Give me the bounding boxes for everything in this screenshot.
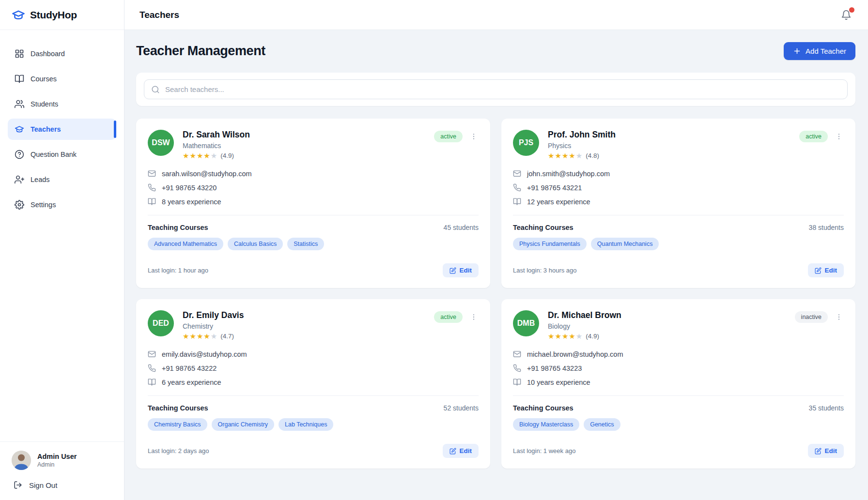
grid-icon — [15, 49, 24, 59]
sidebar-item-teachers[interactable]: Teachers — [8, 119, 116, 140]
teacher-email: michael.brown@studyhop.com — [527, 350, 623, 358]
notification-dot — [849, 7, 854, 13]
teacher-email: john.smith@studyhop.com — [527, 170, 610, 178]
course-tag: Chemistry Basics — [148, 418, 207, 431]
teacher-avatar: DSW — [148, 130, 174, 156]
graduation-cap-logo-icon — [12, 8, 25, 22]
topbar-title: Teachers — [140, 10, 179, 20]
edit-teacher-button[interactable]: Edit — [808, 263, 844, 277]
course-tag: Physics Fundamentals — [513, 238, 587, 250]
notifications-button[interactable] — [839, 8, 853, 22]
teacher-experience: 8 years experience — [162, 198, 221, 206]
sidebar-item-label: Dashboard — [31, 50, 65, 58]
more-options-button[interactable] — [834, 132, 844, 141]
rating-stars: ★★★★★ — [183, 152, 217, 159]
add-teacher-button[interactable]: Add Teacher — [784, 42, 855, 60]
phone-icon — [513, 183, 521, 192]
star-icon: ★ — [203, 333, 210, 340]
sidebar-nav: Dashboard Courses Students Teachers Ques… — [0, 30, 124, 219]
star-icon: ★ — [562, 152, 568, 159]
sidebar-item-settings[interactable]: Settings — [8, 194, 116, 215]
question-circle-icon — [15, 150, 24, 159]
graduation-cap-icon — [15, 124, 24, 134]
sidebar-item-courses[interactable]: Courses — [8, 68, 116, 90]
teacher-avatar: DED — [148, 310, 174, 336]
edit-teacher-button[interactable]: Edit — [443, 263, 479, 277]
kebab-icon — [470, 313, 478, 321]
star-icon: ★ — [555, 152, 561, 159]
sidebar-item-dashboard[interactable]: Dashboard — [8, 43, 116, 64]
teaching-courses-label: Teaching Courses — [148, 404, 208, 412]
edit-label: Edit — [825, 447, 837, 455]
students-count: 35 students — [809, 404, 844, 412]
search-icon — [151, 85, 160, 94]
course-tags: Biology MasterclassGenetics — [513, 418, 844, 431]
teacher-subject: Biology — [548, 322, 795, 330]
sign-out-button[interactable]: Sign Out — [12, 481, 112, 489]
sidebar-item-question-bank[interactable]: Question Bank — [8, 144, 116, 165]
mail-icon — [148, 350, 156, 358]
sidebar-item-label: Settings — [31, 201, 56, 209]
students-count: 38 students — [809, 224, 844, 231]
edit-teacher-button[interactable]: Edit — [443, 444, 479, 458]
more-options-button[interactable] — [469, 312, 479, 322]
course-tags: Physics FundamentalsQuantum Mechanics — [513, 238, 844, 250]
kebab-icon — [470, 133, 478, 140]
phone-icon — [148, 183, 156, 192]
book-icon — [513, 197, 521, 206]
more-options-button[interactable] — [469, 132, 479, 141]
more-options-button[interactable] — [834, 312, 844, 322]
top-bar: Teachers — [124, 0, 868, 30]
search-input[interactable] — [165, 85, 840, 93]
page-title: Teacher Management — [136, 44, 265, 59]
brand-name: StudyHop — [30, 9, 77, 21]
rating-stars: ★★★★★ — [548, 333, 582, 340]
status-badge: active — [799, 131, 828, 142]
mail-icon — [513, 169, 521, 178]
users-icon — [15, 99, 24, 109]
kebab-icon — [835, 313, 843, 321]
avatar — [12, 451, 31, 470]
course-tag: Lab Techniques — [279, 418, 333, 431]
book-icon — [15, 74, 24, 84]
star-icon: ★ — [183, 333, 189, 340]
sign-out-label: Sign Out — [29, 481, 57, 489]
star-icon: ★ — [555, 333, 561, 340]
teaching-courses-label: Teaching Courses — [148, 224, 208, 231]
star-icon: ★ — [189, 333, 196, 340]
rating-value: (4.7) — [220, 333, 234, 340]
teacher-name: Dr. Michael Brown — [548, 310, 795, 320]
star-icon: ★ — [203, 152, 210, 159]
mail-icon — [148, 169, 156, 178]
teacher-subject: Chemistry — [183, 322, 434, 330]
course-tag: Calculus Basics — [228, 238, 283, 250]
star-icon: ★ — [211, 333, 217, 340]
teacher-phone: +91 98765 43223 — [527, 364, 582, 372]
edit-label: Edit — [460, 447, 472, 455]
edit-icon — [815, 448, 822, 455]
edit-label: Edit — [825, 267, 837, 274]
star-icon: ★ — [548, 152, 554, 159]
brand-logo: StudyHop — [0, 0, 124, 30]
last-login: Last login: 1 week ago — [513, 447, 575, 455]
sidebar-item-label: Leads — [31, 176, 50, 183]
sidebar-item-leads[interactable]: Leads — [8, 169, 116, 190]
log-out-icon — [14, 481, 22, 489]
teacher-card: DSW Dr. Sarah Wilson Mathematics ★★★★★ (… — [136, 119, 490, 288]
search-panel — [136, 73, 855, 106]
content-area: Teacher Management Add Teacher DSW Dr. S… — [124, 30, 868, 500]
phone-icon — [513, 364, 521, 372]
teacher-phone: +91 98765 43220 — [162, 184, 217, 192]
sidebar-item-label: Courses — [31, 75, 57, 83]
teacher-name: Prof. John Smith — [548, 130, 799, 140]
edit-teacher-button[interactable]: Edit — [808, 444, 844, 458]
teacher-avatar: PJS — [513, 130, 539, 156]
book-icon — [148, 378, 156, 386]
sidebar-item-label: Teachers — [31, 125, 61, 133]
teacher-experience: 10 years experience — [527, 379, 590, 386]
teacher-experience: 6 years experience — [162, 379, 221, 386]
sidebar-item-students[interactable]: Students — [8, 93, 116, 115]
star-icon: ★ — [576, 333, 582, 340]
phone-icon — [148, 364, 156, 372]
mail-icon — [513, 350, 521, 358]
